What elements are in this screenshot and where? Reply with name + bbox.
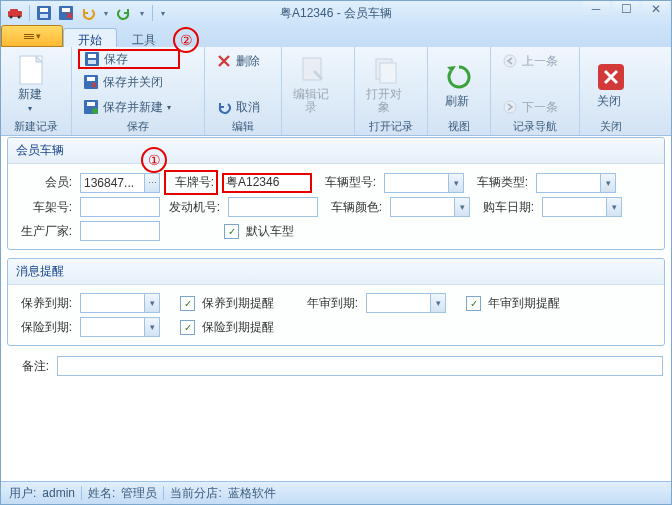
tab-tools[interactable]: 工具 bbox=[117, 28, 171, 47]
qat-app-icon bbox=[7, 5, 23, 21]
panel-reminder-title: 消息提醒 bbox=[8, 259, 664, 285]
model-combo[interactable]: ▾ bbox=[384, 173, 464, 193]
group-open-record: 打开记录 bbox=[361, 119, 421, 135]
care-reminder-checkbox[interactable]: ✓保养到期提醒 bbox=[180, 291, 274, 315]
svg-rect-1 bbox=[10, 9, 18, 12]
remark-label: 备注: bbox=[9, 358, 53, 375]
panel-vehicle: 会员车辆 会员: 136847...⋯ 车牌号: 粤A12346 车辆型号: ▾… bbox=[7, 137, 665, 250]
color-combo[interactable]: ▾ bbox=[390, 197, 470, 217]
ins-reminder-checkbox[interactable]: ✓保险到期提醒 bbox=[180, 315, 274, 339]
plate-field[interactable]: 粤A12346 bbox=[222, 173, 312, 193]
model-label: 车辆型号: bbox=[316, 174, 380, 191]
group-edit: 编辑 bbox=[211, 119, 275, 135]
svg-rect-5 bbox=[40, 8, 48, 12]
qat-customize-dropdown[interactable]: ▾ bbox=[159, 9, 167, 18]
remark-field[interactable] bbox=[57, 356, 663, 376]
audit-due-combo[interactable]: ▾ bbox=[366, 293, 446, 313]
panel-reminder: 消息提醒 保养到期: ▾ ✓保养到期提醒 年审到期: ▾ ✓年审到期提醒 保险到… bbox=[7, 258, 665, 346]
maximize-button[interactable]: ☐ bbox=[613, 1, 639, 17]
qat-undo-dropdown[interactable]: ▾ bbox=[102, 9, 110, 18]
edit-record-button[interactable]: 编辑记录 bbox=[288, 50, 338, 118]
delete-button[interactable]: 删除 bbox=[211, 49, 265, 73]
group-nav: 记录导航 bbox=[497, 119, 573, 135]
audit-due-label: 年审到期: bbox=[278, 295, 362, 312]
close-button[interactable]: 关闭 bbox=[586, 50, 636, 118]
default-model-checkbox[interactable]: ✓默认车型 bbox=[224, 219, 314, 243]
svg-point-3 bbox=[18, 16, 21, 19]
qat-undo-icon[interactable] bbox=[80, 5, 96, 21]
group-view: 视图 bbox=[434, 119, 484, 135]
care-due-label: 保养到期: bbox=[16, 295, 76, 312]
close-window-button[interactable]: ✕ bbox=[643, 1, 669, 17]
svg-point-22 bbox=[504, 101, 516, 113]
member-combo[interactable]: 136847...⋯ bbox=[80, 173, 160, 193]
mfr-label: 生产厂家: bbox=[16, 223, 76, 240]
svg-rect-20 bbox=[380, 63, 396, 83]
svg-point-21 bbox=[504, 55, 516, 67]
type-label: 车辆类型: bbox=[468, 174, 532, 191]
qat-redo-icon[interactable] bbox=[116, 5, 132, 21]
prev-record-button[interactable]: 上一条 bbox=[497, 49, 563, 73]
mfr-field[interactable] bbox=[80, 221, 160, 241]
group-save: 保存 bbox=[78, 119, 198, 135]
care-due-combo[interactable]: ▾ bbox=[80, 293, 160, 313]
qat-redo-dropdown[interactable]: ▾ bbox=[138, 9, 146, 18]
save-new-button[interactable]: 保存并新建 ▾ bbox=[78, 95, 198, 119]
member-label: 会员: bbox=[16, 174, 76, 191]
engine-field[interactable] bbox=[228, 197, 318, 217]
vin-label: 车架号: bbox=[16, 199, 76, 216]
group-close: 关闭 bbox=[586, 119, 636, 135]
svg-rect-6 bbox=[40, 14, 48, 18]
panel-vehicle-title: 会员车辆 bbox=[8, 138, 664, 164]
audit-reminder-checkbox[interactable]: ✓年审到期提醒 bbox=[466, 291, 560, 315]
svg-point-17 bbox=[92, 108, 98, 114]
svg-rect-8 bbox=[62, 8, 70, 12]
svg-point-2 bbox=[10, 16, 13, 19]
svg-rect-11 bbox=[88, 54, 96, 58]
open-object-button[interactable]: 打开对象 bbox=[361, 50, 411, 118]
qat-save-icon[interactable] bbox=[36, 5, 52, 21]
svg-rect-14 bbox=[87, 77, 95, 81]
status-bar: 用户:admin 姓名:管理员 当前分店:蓝格软件 bbox=[1, 481, 671, 504]
ins-due-label: 保险到期: bbox=[16, 319, 76, 336]
type-combo[interactable]: ▾ bbox=[536, 173, 616, 193]
minimize-button[interactable]: ─ bbox=[583, 1, 609, 17]
color-label: 车辆颜色: bbox=[322, 199, 386, 216]
svg-rect-12 bbox=[88, 60, 96, 64]
svg-rect-16 bbox=[87, 102, 95, 106]
cancel-button[interactable]: 取消 bbox=[211, 95, 265, 119]
next-record-button[interactable]: 下一条 bbox=[497, 95, 563, 119]
qat-close-doc-icon[interactable] bbox=[58, 5, 74, 21]
save-button[interactable]: 保存 bbox=[78, 49, 180, 69]
vin-field[interactable] bbox=[80, 197, 160, 217]
engine-label: 发动机号: bbox=[164, 199, 224, 216]
new-button[interactable]: 新建▾ bbox=[7, 50, 57, 118]
buy-date-label: 购车日期: bbox=[474, 199, 538, 216]
refresh-button[interactable]: 刷新 bbox=[434, 50, 484, 118]
ins-due-combo[interactable]: ▾ bbox=[80, 317, 160, 337]
save-close-button[interactable]: 保存并关闭 bbox=[78, 70, 198, 94]
plate-label: 车牌号: bbox=[164, 170, 218, 195]
tab-start[interactable]: 开始 bbox=[63, 28, 117, 47]
file-orange-tab[interactable]: ▾ bbox=[1, 25, 63, 47]
group-new-record: 新建记录 bbox=[7, 119, 65, 135]
buy-date-combo[interactable]: ▾ bbox=[542, 197, 622, 217]
